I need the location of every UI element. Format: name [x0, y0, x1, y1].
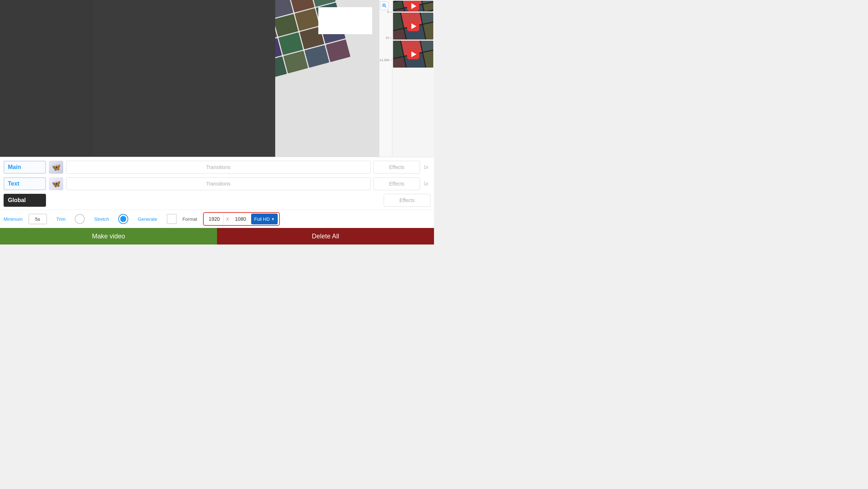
controls-bar: Minimum Trim Stretch Generate Format X F — [0, 210, 434, 228]
stretch-button[interactable]: Stretch — [91, 214, 112, 224]
height-input[interactable] — [231, 214, 250, 224]
right-thumbnail-panel: 5 10 14.366 — [379, 0, 434, 157]
svg-line-1 — [385, 6, 387, 8]
collage-cell — [303, 124, 328, 147]
video-thumbnail-2[interactable] — [393, 13, 433, 40]
format-label: Format — [183, 216, 197, 222]
play-icon — [411, 23, 416, 29]
app-container: 5 10 14.366 — [0, 0, 434, 244]
color-picker[interactable] — [167, 214, 177, 224]
bottom-section: Main 🦋 Transitions Effects 1x T — [0, 157, 434, 244]
trim-radio[interactable] — [75, 214, 85, 224]
minimum-label: Minimum — [4, 216, 23, 222]
format-group: X Full HD ▼ — [203, 212, 280, 226]
video-thumbnail-3[interactable] — [393, 41, 433, 68]
video-thumbnail-1[interactable] — [393, 1, 433, 12]
play-button[interactable] — [407, 1, 419, 11]
play-button[interactable] — [407, 21, 419, 31]
track-row-main: Main 🦋 Transitions Effects 1x — [4, 160, 430, 174]
resolution-dropdown[interactable]: Full HD ▼ — [251, 214, 277, 224]
main-preview — [0, 0, 379, 157]
effects-area-main: Effects 1x — [373, 161, 430, 174]
zoom-button[interactable] — [380, 1, 389, 10]
track-row-global: Global Effects — [4, 193, 430, 207]
effects-button-text[interactable]: Effects — [373, 177, 420, 190]
format-x: X — [225, 216, 230, 222]
top-section: 5 10 14.366 — [0, 0, 434, 157]
ruler-mark-10: 10 — [379, 36, 392, 40]
make-video-button[interactable]: Make video — [0, 228, 217, 244]
track-rows: Main 🦋 Transitions Effects 1x T — [0, 157, 434, 210]
effects-button-main[interactable]: Effects — [373, 161, 420, 174]
generate-button[interactable]: Generate — [134, 214, 161, 224]
thumbnails-list — [392, 0, 434, 157]
white-inset — [318, 7, 372, 34]
transitions-button-main[interactable]: Transitions — [66, 161, 370, 174]
dark-panel — [0, 0, 93, 157]
effects-area-text: Effects 1x — [373, 177, 430, 190]
track-label-text[interactable]: Text — [4, 177, 46, 190]
track-label-global[interactable]: Global — [4, 194, 46, 207]
play-icon — [411, 51, 416, 57]
ruler-mark-14: 14.366 — [379, 58, 392, 62]
trim-button[interactable]: Trim — [53, 214, 69, 224]
collage-cell — [282, 130, 307, 153]
track-thumbnail-main[interactable]: 🦋 — [49, 161, 63, 174]
action-bar: Make video Delete All — [0, 228, 434, 244]
effects-area-global: Effects — [384, 194, 430, 207]
transitions-button-text[interactable]: Transitions — [66, 177, 370, 190]
speed-badge-text: 1x — [421, 180, 430, 188]
collage-area — [275, 0, 379, 157]
effects-button-global[interactable]: Effects — [384, 194, 430, 207]
timeline-ruler: 5 10 14.366 — [379, 0, 392, 157]
track-label-main[interactable]: Main — [4, 161, 46, 174]
track-label-global-text: Global — [8, 197, 26, 204]
track-label-text: Main — [8, 164, 21, 170]
play-button[interactable] — [407, 49, 419, 59]
stretch-radio[interactable] — [118, 214, 128, 224]
width-input[interactable] — [205, 214, 224, 224]
butterfly-light: 🦋 — [49, 177, 63, 190]
track-thumbnail-text[interactable]: 🦋 — [49, 177, 63, 190]
speed-badge-main: 1x — [421, 163, 430, 171]
delete-all-button[interactable]: Delete All — [217, 228, 434, 244]
track-label-text-value: Text — [8, 180, 19, 187]
butterfly-dark: 🦋 — [49, 161, 63, 174]
ruler-mark-5: 5 — [379, 10, 392, 14]
dropdown-arrow: ▼ — [271, 217, 275, 221]
collage-cell — [345, 113, 370, 136]
track-row-text: Text 🦋 Transitions Effects 1x — [4, 177, 430, 191]
minimum-input[interactable] — [28, 214, 47, 224]
collage-cell — [324, 119, 349, 141]
play-icon — [411, 3, 416, 9]
